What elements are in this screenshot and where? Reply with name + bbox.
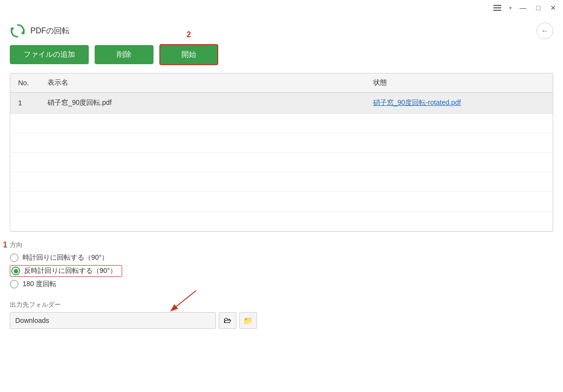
browse-folder-icon: 📁 <box>243 316 253 325</box>
start-button[interactable]: 開始 <box>159 44 218 65</box>
cell-no: 1 <box>10 93 40 114</box>
empty-row <box>10 212 553 231</box>
radio-clockwise[interactable]: 時計回りに回転する（90°） <box>10 253 553 262</box>
table-row: 1 硝子窓_90度回転.pdf 硝子窓_90度回転-rotated.pdf <box>10 93 553 114</box>
radio-group: 時計回りに回転する（90°） 反時計回りに回転する（90°） 180 度回転 <box>10 253 553 289</box>
folder-input[interactable] <box>10 312 216 329</box>
menu-icon[interactable] <box>491 3 503 13</box>
empty-row <box>10 172 553 192</box>
radio-180[interactable]: 180 度回転 <box>10 280 553 289</box>
col-name-header: 表示名 <box>40 74 365 93</box>
radio-180-circle <box>10 280 19 289</box>
output-folder-label: 出力先フォルダー <box>10 300 553 309</box>
empty-row <box>10 114 553 133</box>
cell-name: 硝子窓_90度回転.pdf <box>40 93 365 114</box>
radio-counter-label: 反時計回りに回転する（90°） <box>24 267 117 275</box>
options-area: 1 方向 時計回りに回転する（90°） 反時計回りに回転する（90°） 180 … <box>0 232 563 300</box>
add-file-button[interactable]: ファイルの追加 <box>10 45 89 64</box>
empty-row <box>10 153 553 172</box>
empty-row <box>10 192 553 212</box>
app-title: PDFの回転 <box>30 26 70 36</box>
step1-badge: 1 <box>3 241 7 249</box>
empty-row <box>10 133 553 153</box>
step2-badge: 2 <box>187 30 191 39</box>
col-no-header: No. <box>10 74 40 93</box>
browse-folder-button[interactable]: 📁 <box>239 312 257 329</box>
direction-label: 方向 <box>10 241 553 249</box>
radio-counter[interactable]: 反時計回りに回転する（90°） <box>10 265 553 277</box>
toolbar: ファイルの追加 削除 2 開始 <box>0 44 563 73</box>
status-link[interactable]: 硝子窓_90度回転-rotated.pdf <box>373 98 461 106</box>
radio-clockwise-circle <box>10 253 19 262</box>
start-button-wrapper: 2 開始 <box>159 44 218 65</box>
titlebar-controls: ▾ — □ ✕ <box>491 3 558 13</box>
back-icon: ← <box>541 26 549 35</box>
cell-status: 硝子窓_90度回転-rotated.pdf <box>365 93 553 114</box>
back-button[interactable]: ← <box>537 23 553 39</box>
open-folder-icon: 🗁 <box>224 316 231 325</box>
file-table: No. 表示名 状態 1 硝子窓_90度回転.pdf 硝子窓_90度回転-rot… <box>10 74 553 231</box>
app-icon <box>10 23 26 39</box>
table-header-row: No. 表示名 状態 <box>10 74 553 93</box>
radio-counter-circle <box>11 267 20 275</box>
close-button[interactable]: ✕ <box>548 3 558 13</box>
output-folder-section: 出力先フォルダー 🗁 📁 <box>0 300 563 337</box>
delete-button[interactable]: 削除 <box>95 45 154 64</box>
radio-clockwise-label: 時計回りに回転する（90°） <box>23 253 108 262</box>
titlebar: ▾ — □ ✕ <box>0 0 563 16</box>
output-folder-row: 🗁 📁 <box>10 312 553 329</box>
file-table-wrapper: No. 表示名 状態 1 硝子窓_90度回転.pdf 硝子窓_90度回転-rot… <box>10 73 553 232</box>
open-folder-button[interactable]: 🗁 <box>219 312 236 329</box>
col-status-header: 状態 <box>365 74 553 93</box>
radio-180-label: 180 度回転 <box>23 280 56 289</box>
radio-counter-box: 反時計回りに回転する（90°） <box>10 265 122 277</box>
menu-arrow: ▾ <box>509 5 512 11</box>
header-left: PDFの回転 <box>10 23 70 39</box>
minimize-button[interactable]: — <box>518 3 529 13</box>
header: PDFの回転 ← <box>0 16 563 44</box>
restore-button[interactable]: □ <box>535 3 542 13</box>
